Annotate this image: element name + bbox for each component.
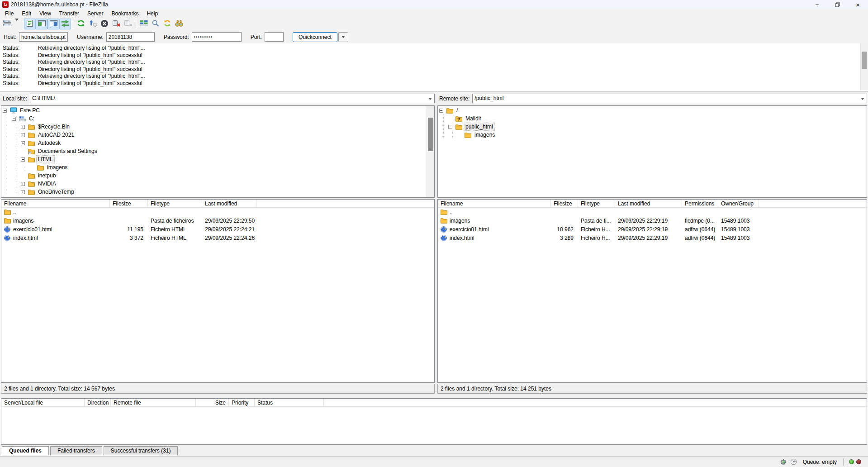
tree-item-autocad-2021[interactable]: AutoCAD 2021 (1, 131, 434, 139)
tab-queued-files[interactable]: Queued files (2, 446, 49, 455)
tree-item-imagens[interactable]: imagens (438, 131, 867, 139)
file-row[interactable]: index.html3 372Ficheiro HTML29/09/2025 2… (1, 234, 434, 242)
speed-limits-icon[interactable] (790, 458, 797, 465)
tree-item-este-pc[interactable]: Este PC (1, 106, 434, 114)
directory-comparison-button[interactable] (138, 19, 150, 29)
collapse-icon[interactable] (3, 109, 7, 113)
collapse-icon[interactable] (21, 157, 25, 162)
port-input[interactable] (265, 32, 284, 42)
column-header-filesize[interactable]: Filesize (110, 200, 148, 207)
host-input[interactable] (19, 32, 68, 42)
find-files-button[interactable] (173, 19, 185, 29)
message-log-scrollbar[interactable] (860, 43, 868, 91)
password-input[interactable] (192, 32, 242, 42)
toggle-local-tree-button[interactable] (36, 19, 47, 29)
quickconnect-button[interactable]: Quickconnect (293, 32, 337, 42)
menu-server[interactable]: Server (83, 10, 107, 18)
file-row[interactable]: exercicio01.html10 962Ficheiro H...29/09… (438, 225, 867, 234)
local-tree-scrollbar[interactable] (427, 106, 434, 197)
synchronized-browsing-button[interactable] (161, 19, 173, 29)
file-row[interactable]: imagensPasta de ficheiros29/09/2025 22:2… (1, 216, 434, 225)
refresh-button[interactable] (75, 19, 87, 29)
column-header-server-local-file[interactable]: Server/Local file (1, 399, 85, 406)
log-entry: Status:Retrieving directory listing of "… (0, 45, 868, 52)
minimize-button[interactable]: – (807, 0, 827, 9)
quickconnect-dropdown-button[interactable] (338, 32, 348, 42)
collapse-icon[interactable] (439, 109, 443, 113)
expand-icon[interactable] (21, 125, 25, 129)
file-row[interactable]: index.html3 289Ficheiro H...29/09/2025 2… (438, 234, 867, 242)
expand-icon[interactable] (21, 190, 25, 194)
collapse-icon[interactable] (448, 125, 452, 129)
restore-button[interactable] (827, 0, 848, 9)
filename-filters-button[interactable] (150, 19, 161, 29)
expand-icon[interactable] (21, 141, 25, 145)
tab-failed-transfers[interactable]: Failed transfers (50, 446, 102, 455)
username-input[interactable] (106, 32, 155, 42)
file-row[interactable]: exercicio01.html11 195Ficheiro HTML29/09… (1, 225, 434, 234)
expand-icon[interactable] (21, 182, 25, 186)
toggle-message-log-button[interactable] (24, 19, 36, 29)
tree-item-maildir[interactable]: ?Maildir (438, 114, 867, 123)
local-site-path[interactable]: C:\HTML\ (30, 94, 435, 103)
menu-view[interactable]: View (35, 10, 55, 18)
log-entry-type: Status: (3, 59, 38, 66)
column-header-size[interactable]: Size (196, 399, 229, 406)
tree-item-c[interactable]: C: (1, 114, 434, 123)
file-row[interactable]: .. (1, 208, 434, 216)
tree-item-recycle-bin[interactable]: $Recycle.Bin (1, 123, 434, 131)
refresh-icon (77, 19, 85, 29)
menu-transfer[interactable]: Transfer (55, 10, 83, 18)
remote-site-path[interactable]: /public_html (472, 94, 867, 103)
chevron-down-icon (428, 98, 432, 100)
reconnect-button[interactable] (122, 19, 134, 29)
tree-item-documents-and-settings[interactable]: Documents and Settings (1, 147, 434, 155)
process-queue-button[interactable] (87, 19, 99, 29)
toggle-remote-tree-button[interactable] (47, 19, 59, 29)
collapse-icon[interactable] (12, 117, 16, 121)
column-header-direction[interactable]: Direction (85, 399, 111, 406)
tab-successful-transfers-31[interactable]: Successful transfers (31) (104, 446, 178, 455)
expand-icon[interactable] (21, 133, 25, 137)
local-site-path-value: C:\HTML\ (30, 94, 434, 103)
tree-item-root[interactable]: / (438, 106, 867, 114)
close-button[interactable]: × (848, 0, 868, 9)
column-header-priority[interactable]: Priority (229, 399, 255, 406)
menu-edit[interactable]: Edit (18, 10, 35, 18)
tree-item-html[interactable]: HTML (1, 155, 434, 163)
cancel-button[interactable] (99, 19, 110, 29)
column-header-owner-group[interactable]: Owner/Group (718, 200, 759, 207)
column-header-filename[interactable]: Filename (1, 200, 110, 207)
menu-help[interactable]: Help (142, 10, 162, 18)
folder-icon (28, 173, 35, 179)
tree-item-nvidia[interactable]: NVIDIA (1, 180, 434, 188)
file-name-cell: index.html (1, 235, 110, 241)
column-header-permissions[interactable]: Permissions (682, 200, 718, 207)
transfer-mode-gear-icon[interactable]: A (780, 458, 787, 466)
tree-item-public-html[interactable]: public_html (438, 123, 867, 131)
scrollbar-thumb[interactable] (428, 118, 433, 151)
column-header-filetype[interactable]: Filetype (148, 200, 202, 207)
column-header-status[interactable]: Status (255, 399, 324, 406)
folder-question-icon: ? (455, 116, 463, 122)
menu-file[interactable]: File (1, 10, 18, 18)
tree-item-autodesk[interactable]: Autodesk (1, 139, 434, 147)
column-header-last-modified[interactable]: Last modified (202, 200, 256, 207)
toggle-transfer-queue-button[interactable] (59, 19, 71, 29)
scrollbar-thumb[interactable] (862, 52, 867, 69)
file-row[interactable]: imagensPasta de fi...29/09/2025 22:29:19… (438, 216, 867, 225)
column-header-last-modified[interactable]: Last modified (615, 200, 682, 207)
column-header-filename[interactable]: Filename (438, 200, 551, 207)
site-manager-button[interactable] (1, 19, 13, 29)
column-header-filesize[interactable]: Filesize (551, 200, 578, 207)
column-header-remote-file[interactable]: Remote file (111, 399, 196, 406)
site-manager-dropdown-button[interactable] (13, 19, 20, 29)
column-header-filetype[interactable]: Filetype (578, 200, 615, 207)
disconnect-button[interactable] (110, 19, 122, 29)
tree-item-inetpub[interactable]: inetpub (1, 172, 434, 180)
file-row[interactable]: .. (438, 208, 867, 216)
tree-item-onedrivetemp[interactable]: OneDriveTemp (1, 188, 434, 196)
menu-bookmarks[interactable]: Bookmarks (107, 10, 142, 18)
tree-item-imagens[interactable]: imagens (1, 163, 434, 172)
log-entry-message: Retrieving directory listing of "/public… (38, 73, 145, 80)
